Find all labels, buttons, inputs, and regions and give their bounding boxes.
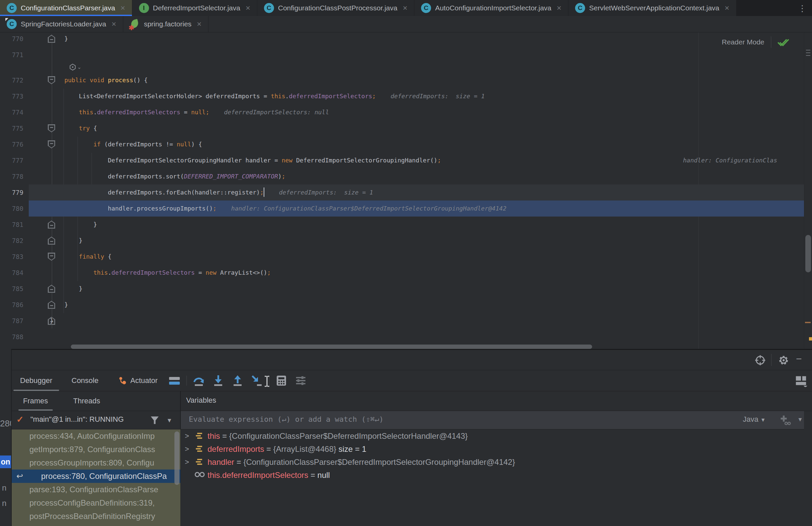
frames-list[interactable]: process:434, AutoConfigurationImpgetImpo… (11, 429, 180, 526)
close-icon[interactable]: × (120, 4, 125, 12)
line-number[interactable]: 788 (0, 329, 24, 345)
stack-frame-row[interactable]: parse:193, ConfigurationClassParse (11, 483, 180, 496)
more-tabs-icon[interactable]: ⋮ (797, 3, 808, 14)
close-icon[interactable]: × (112, 20, 116, 28)
line-number[interactable]: 784 (0, 265, 24, 281)
filter-funnel-icon[interactable] (150, 415, 160, 425)
inspections-ok-icon[interactable] (777, 36, 790, 48)
evaluate-expression-icon[interactable] (274, 373, 289, 388)
variable-row[interactable]: >this = {ConfigurationClassParser$Deferr… (181, 429, 812, 442)
step-over-icon[interactable] (191, 373, 206, 388)
file-tab[interactable]: CAutoConfigurationImportSelector.java× (414, 0, 568, 16)
stripe-warning-mark[interactable] (809, 337, 812, 340)
file-tab[interactable]: ✱spring.factories× (123, 16, 208, 32)
horizontal-scrollbar[interactable] (71, 345, 592, 349)
stack-frame-row[interactable]: process:434, AutoConfigurationImp (11, 429, 180, 443)
tool-stripe-selected-fragment[interactable]: on (0, 455, 11, 468)
vertical-scrollbar-thumb[interactable] (805, 235, 811, 272)
error-stripe[interactable] (804, 32, 812, 349)
line-number[interactable]: 786 (0, 297, 24, 313)
code-line[interactable]: 780 handler.processGroupImports();handle… (0, 201, 812, 217)
line-number[interactable]: 789 (0, 345, 24, 349)
variable-row[interactable]: >deferredImports = {ArrayList@4468} size… (181, 442, 812, 455)
code-line[interactable]: 781 } (0, 217, 812, 233)
frames-scrollbar-thumb[interactable] (174, 432, 179, 485)
chevron-down-icon[interactable]: ▼ (166, 417, 172, 424)
code-line[interactable]: 785 } (0, 281, 812, 297)
line-number[interactable]: 781 (0, 217, 24, 233)
code-line[interactable]: 786 } (0, 297, 812, 313)
stripe-change-mark[interactable] (805, 322, 811, 323)
gear-icon[interactable] (778, 354, 789, 366)
code-vision-inlay[interactable]: ⌄ (0, 63, 812, 72)
line-number[interactable]: 776 (0, 136, 24, 152)
file-tab[interactable]: IDeferredImportSelector.java× (132, 0, 257, 16)
thread-selector[interactable]: ✓ "main"@1 in...in": RUNNING ▼ (11, 411, 180, 429)
line-number[interactable]: 775 (0, 120, 24, 136)
add-watch-icon[interactable] (779, 414, 791, 426)
code-line[interactable]: 772 public void process() { (0, 72, 812, 88)
run-to-cursor-icon[interactable] (250, 373, 264, 388)
code-line[interactable]: 774 this.deferredImportSelectors = null;… (0, 104, 812, 120)
stack-frame-row[interactable]: postProcessBeanDefinitionRegistry (11, 510, 180, 523)
step-into-icon[interactable] (211, 373, 226, 388)
expand-icon[interactable]: ▼ (797, 417, 803, 423)
debugger-tab-debugger[interactable]: Debugger (20, 370, 53, 391)
code-editor[interactable]: 770 }771⌄772 public void process() {773 … (0, 32, 812, 349)
stack-frame-row[interactable]: processGroupImports:809, Configu (11, 456, 180, 469)
stack-frame-row[interactable]: getImports:879, ConfigurationClass (11, 443, 180, 456)
file-tab[interactable]: CConfigurationClassParser.java× (0, 0, 132, 16)
reader-mode-widget[interactable]: Reader Mode (722, 36, 790, 48)
line-number[interactable]: 782 (0, 233, 24, 249)
code-line[interactable]: 770 } (0, 32, 812, 47)
hide-icon[interactable]: − (796, 353, 802, 365)
evaluate-expression-bar[interactable]: Evaluate expression (↵) or add a watch (… (181, 411, 804, 429)
close-icon[interactable]: × (246, 4, 250, 12)
layout-icon[interactable] (795, 374, 807, 387)
line-number[interactable]: 774 (0, 104, 24, 120)
expand-chevron-icon[interactable]: > (185, 455, 189, 468)
close-icon[interactable]: × (403, 4, 407, 12)
close-icon[interactable]: × (557, 4, 561, 12)
layout-settings-icon[interactable] (293, 373, 308, 388)
variable-row[interactable]: >handler = {ConfigurationClassParser$Def… (181, 455, 812, 468)
code-line[interactable]: 788 (0, 329, 812, 345)
line-number[interactable]: 772 (0, 72, 24, 88)
code-line[interactable]: 782 } (0, 233, 812, 249)
view-options-icon[interactable] (167, 373, 182, 388)
code-line[interactable]: 775 try { (0, 120, 812, 136)
debugger-tab-actuator[interactable]: Actuator (118, 370, 158, 391)
code-line[interactable]: 771 (0, 47, 812, 63)
line-number[interactable]: 779 (0, 185, 24, 201)
stack-frame-row[interactable]: invokeBeanDefinitionRegistryPostP (11, 523, 180, 526)
stack-frame-row[interactable]: processConfigBeanDefinitions:319, (11, 496, 180, 510)
crosshair-icon[interactable] (755, 354, 766, 366)
code-vision-icon[interactable]: ⌄ (70, 63, 82, 71)
code-line[interactable]: 777 DeferredImportSelectorGroupingHandle… (0, 152, 812, 169)
tab-threads[interactable]: Threads (73, 391, 100, 411)
code-line[interactable]: 783 finally { (0, 249, 812, 265)
line-number[interactable]: 783 (0, 249, 24, 265)
stripe-mark[interactable] (806, 55, 810, 56)
line-number[interactable]: 770 (0, 32, 24, 47)
language-selector[interactable]: Java ▼ (743, 415, 766, 424)
code-line[interactable]: 778 deferredImports.sort(DEFERRED_IMPORT… (0, 169, 812, 185)
stack-frame-row[interactable]: ↩process:780, ConfigurationClassPa (11, 469, 180, 483)
variables-tree[interactable]: >this = {ConfigurationClassParser$Deferr… (181, 429, 812, 526)
file-tab[interactable]: CSpringFactoriesLoader.java× (0, 16, 123, 32)
code-line[interactable]: 779 deferredImports.forEach(handler::reg… (0, 185, 812, 201)
line-number[interactable]: 787 (0, 313, 24, 329)
stripe-mark[interactable] (806, 50, 810, 50)
file-tab[interactable]: CServletWebServerApplicationContext.java… (568, 0, 737, 16)
close-icon[interactable]: × (725, 4, 729, 12)
code-line[interactable]: 787 } (0, 313, 812, 329)
debugger-tab-console[interactable]: Console (72, 370, 99, 391)
variable-row[interactable]: this.deferredImportSelectors = null (181, 468, 812, 482)
line-number[interactable]: 771 (0, 47, 24, 63)
step-out-icon[interactable] (230, 373, 245, 388)
stripe-mark[interactable] (806, 53, 810, 53)
line-number[interactable]: 785 (0, 281, 24, 297)
expand-chevron-icon[interactable]: > (185, 429, 189, 442)
line-number[interactable]: 780 (0, 201, 24, 217)
expand-chevron-icon[interactable]: > (185, 442, 189, 455)
